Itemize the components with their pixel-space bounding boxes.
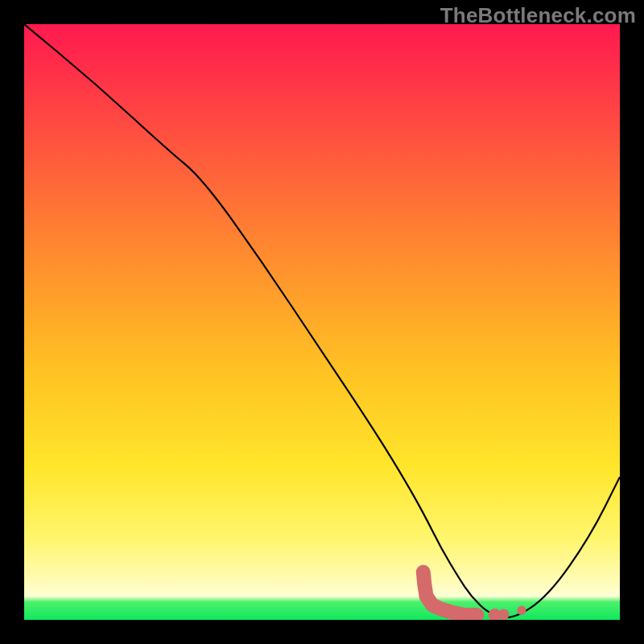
- chart-frame: TheBottleneck.com: [0, 0, 644, 644]
- highlight-dot: [517, 606, 526, 615]
- highlight-dot: [498, 609, 510, 621]
- highlight-markers: [423, 572, 526, 620]
- bottleneck-curve-path: [24, 24, 620, 617]
- chart-overlay: [24, 24, 620, 620]
- watermark-text: TheBottleneck.com: [440, 3, 636, 28]
- plot-area: [24, 24, 620, 620]
